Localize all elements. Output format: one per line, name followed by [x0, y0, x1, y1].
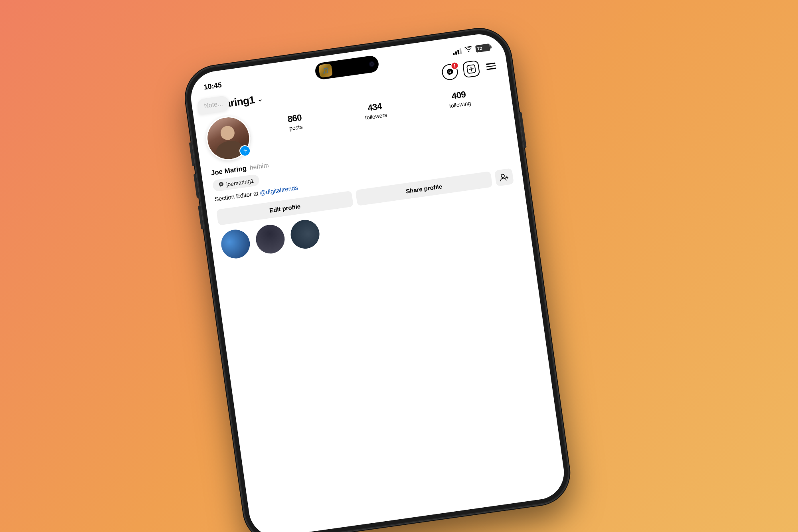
posts-count: 860 [287, 112, 302, 125]
followers-count: 434 [367, 101, 382, 113]
note-placeholder: Note... [203, 100, 223, 109]
menu-line-3 [486, 67, 496, 70]
svg-line-2 [469, 69, 473, 69]
threads-handle-button[interactable]: joemaring1 [212, 174, 260, 192]
posts-label: posts [289, 123, 303, 132]
bio-link[interactable]: @digitaltrends [259, 184, 298, 196]
highlight-item-3[interactable] [289, 218, 321, 250]
phone-screen: 10:45 [188, 31, 567, 532]
add-friend-button[interactable] [494, 168, 514, 186]
signal-bars-icon [452, 48, 462, 55]
phone-frame: 10:45 [182, 25, 573, 532]
threads-handle-icon [218, 181, 224, 189]
threads-button[interactable]: 1 [441, 63, 459, 81]
menu-button[interactable] [484, 61, 498, 72]
menu-line-2 [486, 65, 496, 67]
wifi-icon [464, 46, 473, 54]
highlight-item-2[interactable] [254, 223, 286, 255]
header-actions: 1 [441, 57, 498, 81]
display-name: Joe Maring [211, 164, 247, 177]
pronouns: he/him [249, 162, 269, 172]
highlight-item-1[interactable] [219, 227, 252, 260]
bio-static: Section Editor at [214, 189, 260, 202]
avatar-container: Note... + [203, 113, 253, 163]
add-post-button[interactable] [462, 60, 480, 78]
followers-stat[interactable]: 434 followers [363, 100, 387, 121]
svg-line-4 [506, 177, 508, 177]
status-time: 10:45 [203, 81, 222, 91]
threads-handle-text: joemaring1 [226, 177, 254, 187]
battery-level: 72 [477, 45, 482, 51]
menu-line-1 [486, 62, 496, 65]
phone-wrapper: 10:45 [182, 25, 573, 532]
chevron-down-icon: ⌄ [257, 94, 264, 104]
island-camera [369, 61, 375, 67]
island-thumbnail [318, 63, 333, 77]
posts-stat[interactable]: 860 posts [287, 112, 303, 131]
battery-icon: 72 [475, 44, 490, 53]
status-icons: 72 [452, 44, 490, 56]
following-count: 409 [451, 89, 466, 101]
following-stat[interactable]: 409 following [447, 89, 471, 109]
